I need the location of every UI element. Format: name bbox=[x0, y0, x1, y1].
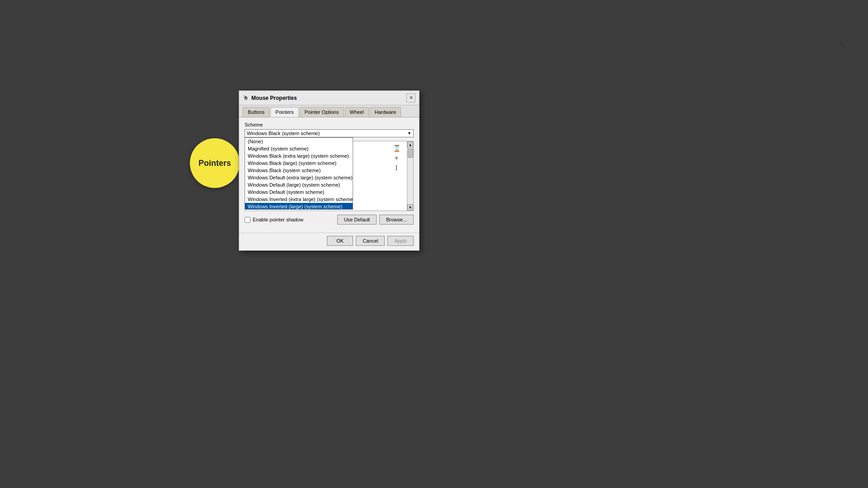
scroll-track bbox=[407, 148, 413, 204]
tab-pointer-options[interactable]: Pointer Options bbox=[300, 107, 344, 117]
pointer-action-buttons: Use Default Browse... bbox=[337, 215, 414, 225]
scheme-option-black-l[interactable]: Windows Black (large) (system scheme) bbox=[245, 160, 353, 167]
scheme-option-none[interactable]: (None) bbox=[245, 138, 353, 145]
apply-button[interactable]: Apply bbox=[387, 236, 414, 246]
enable-shadow-row: Enable pointer shadow bbox=[245, 217, 303, 223]
pointer-list-scrollbar[interactable]: ▲ ▼ bbox=[407, 141, 413, 211]
dialog-title: Mouse Properties bbox=[251, 95, 297, 101]
scheme-dropdown-list: (None) Magnified (system scheme) Windows… bbox=[245, 137, 353, 210]
tab-wheel[interactable]: Wheel bbox=[345, 107, 369, 117]
pointer-icon-text: I bbox=[390, 164, 403, 172]
use-default-button[interactable]: Use Default bbox=[337, 215, 377, 225]
dialog-icon: 🖱 bbox=[243, 94, 249, 101]
pointers-annotation-bubble: Pointers bbox=[190, 138, 240, 188]
scheme-option-default-xl[interactable]: Windows Default (extra large) (system sc… bbox=[245, 174, 353, 181]
scheme-option-magnified[interactable]: Magnified (system scheme) bbox=[245, 145, 353, 152]
desktop: Pointers 🖱 Mouse Properties ✕ Buttons Po… bbox=[0, 0, 868, 488]
scroll-thumb[interactable] bbox=[408, 149, 413, 158]
enable-shadow-label[interactable]: Enable pointer shadow bbox=[253, 217, 303, 222]
tab-buttons[interactable]: Buttons bbox=[243, 107, 269, 117]
cancel-button[interactable]: Cancel bbox=[356, 236, 385, 246]
dialog-content: Scheme Windows Black (system scheme) ▼ (… bbox=[239, 117, 419, 233]
scheme-option-black[interactable]: Windows Black (system scheme) bbox=[245, 167, 353, 174]
dropdown-chevron-icon: ▼ bbox=[407, 131, 411, 136]
scheme-option-default[interactable]: Windows Default (system scheme) bbox=[245, 188, 353, 196]
tab-hardware[interactable]: Hardware bbox=[370, 107, 401, 117]
bottom-controls: Enable pointer shadow Use Default Browse… bbox=[245, 215, 414, 225]
scheme-option-black-xl[interactable]: Windows Black (extra large) (system sche… bbox=[245, 152, 353, 160]
scroll-down-button[interactable]: ▼ bbox=[407, 204, 413, 211]
desktop-cursor: ↖ bbox=[840, 40, 846, 50]
ok-button[interactable]: OK bbox=[327, 236, 353, 246]
scheme-dropdown-wrapper: Windows Black (system scheme) ▼ (None) M… bbox=[245, 129, 414, 137]
scroll-up-button[interactable]: ▲ bbox=[407, 141, 413, 148]
mouse-properties-dialog: 🖱 Mouse Properties ✕ Buttons Pointers Po… bbox=[239, 90, 420, 251]
close-button[interactable]: ✕ bbox=[406, 94, 415, 103]
browse-button[interactable]: Browse... bbox=[379, 215, 414, 225]
pointer-icon-busy: ⌛ bbox=[390, 145, 403, 152]
tab-bar: Buttons Pointers Pointer Options Wheel H… bbox=[239, 105, 419, 117]
scheme-label: Scheme bbox=[245, 122, 414, 127]
scheme-option-inverted-l[interactable]: Windows Inverted (large) (system scheme) bbox=[245, 203, 353, 210]
scheme-selected-value: Windows Black (system scheme) bbox=[247, 131, 407, 136]
enable-shadow-checkbox[interactable] bbox=[245, 217, 250, 223]
scheme-option-inverted-xl[interactable]: Windows Inverted (extra large) (system s… bbox=[245, 196, 353, 203]
title-bar-left: 🖱 Mouse Properties bbox=[243, 94, 297, 101]
pointer-icon-precision: + bbox=[390, 154, 403, 162]
scheme-option-default-l[interactable]: Windows Default (large) (system scheme) bbox=[245, 181, 353, 188]
tab-pointers[interactable]: Pointers bbox=[270, 107, 298, 117]
scheme-dropdown[interactable]: Windows Black (system scheme) ▼ bbox=[245, 129, 414, 137]
dialog-footer: OK Cancel Apply bbox=[239, 233, 419, 250]
bubble-label: Pointers bbox=[198, 159, 231, 168]
title-bar: 🖱 Mouse Properties ✕ bbox=[239, 91, 419, 105]
